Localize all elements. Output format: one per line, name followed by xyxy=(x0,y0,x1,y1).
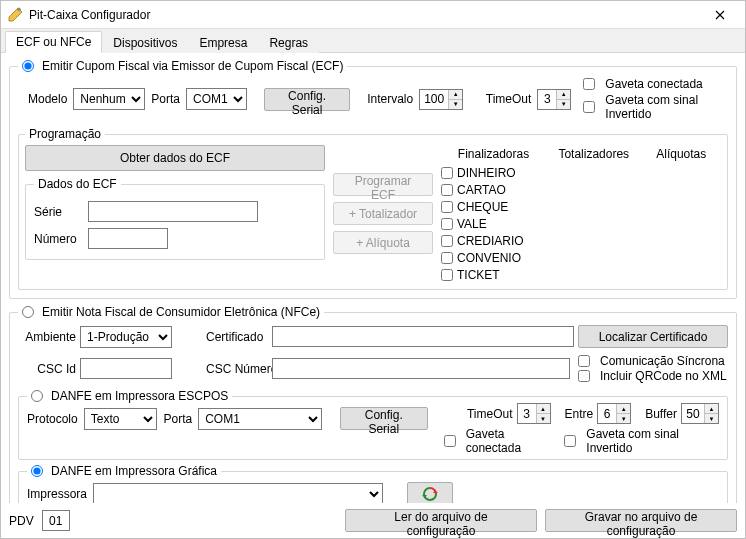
csc-id-input[interactable] xyxy=(80,358,172,379)
nfce-group: Emitir Nota Fiscal de Consumidor Eletrôn… xyxy=(9,305,737,503)
spin-up-icon[interactable]: ▲ xyxy=(617,404,630,414)
spin-down-icon[interactable]: ▼ xyxy=(537,414,550,423)
tab-dispositivos[interactable]: Dispositivos xyxy=(102,32,188,53)
intervalo-spin[interactable]: ▲▼ xyxy=(419,89,463,110)
ecf-radio-label: Emitir Cupom Fiscal via Emissor de Cupom… xyxy=(42,59,343,73)
finalizadora-check[interactable] xyxy=(441,184,453,196)
certificado-label: Certificado xyxy=(206,330,268,344)
config-serial-escpos-button[interactable]: Config. Serial xyxy=(340,407,428,430)
ler-config-button[interactable]: Ler do arquivo de configuração xyxy=(345,509,537,532)
gaveta-conectada-escpos-check[interactable] xyxy=(444,435,456,447)
timeout-spin-escpos[interactable]: ▲▼ xyxy=(517,403,551,424)
serie-label: Série xyxy=(34,205,82,219)
dados-ecf-legend: Dados do ECF xyxy=(34,177,121,191)
tab-ecf-nfce[interactable]: ECF ou NFCe xyxy=(5,31,102,53)
gravar-config-button[interactable]: Gravar no arquivo de configuração xyxy=(545,509,737,532)
csc-num-input[interactable] xyxy=(272,358,570,379)
com-sincrona-check[interactable] xyxy=(578,355,590,367)
gaveta-sinal-ecf-label: Gaveta com sinal Invertido xyxy=(605,93,728,121)
porta-label-ecf: Porta xyxy=(151,92,180,106)
refresh-icon xyxy=(422,486,438,502)
protocolo-select[interactable]: Texto xyxy=(84,408,158,430)
content: Emitir Cupom Fiscal via Emissor de Cupom… xyxy=(1,53,745,503)
finalizadora-check[interactable] xyxy=(441,269,453,281)
timeout-spin-ecf[interactable]: ▲▼ xyxy=(537,89,571,110)
spin-down-icon[interactable]: ▼ xyxy=(557,100,570,109)
timeout-input-ecf[interactable] xyxy=(538,90,556,109)
localizar-certificado-button[interactable]: Localizar Certificado xyxy=(578,325,728,348)
porta-select-escpos[interactable]: COM1 xyxy=(198,408,322,430)
add-aliquota-button[interactable]: + Alíquota xyxy=(333,231,433,254)
gaveta-sinal-ecf-check[interactable] xyxy=(583,101,595,113)
radio-emit-ecf[interactable] xyxy=(22,60,34,72)
gaveta-sinal-escpos-label: Gaveta com sinal Invertido xyxy=(586,427,719,455)
spin-down-icon[interactable]: ▼ xyxy=(617,414,630,423)
gaveta-conectada-ecf-check[interactable] xyxy=(583,78,595,90)
timeout-label-escpos: TimeOut xyxy=(467,407,513,421)
finalizadora-label: CREDIARIO xyxy=(457,234,524,248)
spin-up-icon[interactable]: ▲ xyxy=(557,90,570,100)
spin-up-icon[interactable]: ▲ xyxy=(449,90,462,100)
config-serial-ecf-button[interactable]: Config. Serial xyxy=(264,88,350,111)
entre-spin[interactable]: ▲▼ xyxy=(597,403,631,424)
ecf-radio-legend: Emitir Cupom Fiscal via Emissor de Cupom… xyxy=(18,59,347,73)
radio-danfe-escpos[interactable] xyxy=(31,390,43,402)
finalizadora-check[interactable] xyxy=(441,252,453,264)
modelo-select[interactable]: Nenhum xyxy=(73,88,145,110)
gaveta-conectada-ecf-label: Gaveta conectada xyxy=(605,77,702,91)
buffer-input[interactable] xyxy=(682,404,704,423)
finalizadora-label: TICKET xyxy=(457,268,500,282)
spin-down-icon[interactable]: ▼ xyxy=(449,100,462,109)
finalizadora-label: VALE xyxy=(457,217,487,231)
gaveta-sinal-escpos-check[interactable] xyxy=(564,435,576,447)
timeout-label-ecf: TimeOut xyxy=(486,92,532,106)
window: Pit-Caixa Configurador ECF ou NFCe Dispo… xyxy=(0,0,746,539)
csc-id-label: CSC Id xyxy=(18,362,76,376)
incluir-qrcode-check[interactable] xyxy=(578,370,590,382)
radio-emit-nfce[interactable] xyxy=(22,306,34,318)
refresh-impressora-button[interactable] xyxy=(407,482,453,503)
obter-dados-button[interactable]: Obter dados do ECF xyxy=(25,145,325,171)
protocolo-label: Protocolo xyxy=(27,412,78,426)
finalizadora-check[interactable] xyxy=(441,235,453,247)
finalizadora-check[interactable] xyxy=(441,201,453,213)
nfce-radio-legend: Emitir Nota Fiscal de Consumidor Eletrôn… xyxy=(18,305,324,319)
radio-danfe-grafica[interactable] xyxy=(31,465,43,477)
finalizadoras-list: DINHEIRO CARTAO CHEQUE VALE CREDIARIO CO… xyxy=(441,165,546,283)
pdv-label: PDV xyxy=(9,514,34,528)
spin-down-icon[interactable]: ▼ xyxy=(705,414,718,423)
window-title: Pit-Caixa Configurador xyxy=(29,8,701,22)
tabs: ECF ou NFCe Dispositivos Empresa Regras xyxy=(1,29,745,53)
finalizadora-check[interactable] xyxy=(441,167,453,179)
tab-regras[interactable]: Regras xyxy=(258,32,319,53)
pdv-input[interactable] xyxy=(42,510,70,531)
entre-input[interactable] xyxy=(598,404,616,423)
escpos-radio-label: DANFE em Impressora ESCPOS xyxy=(51,389,228,403)
impressora-select[interactable] xyxy=(93,483,383,504)
ambiente-select[interactable]: 1-Produção xyxy=(80,326,172,348)
grafica-group: DANFE em Impressora Gráfica Impressora xyxy=(18,464,728,503)
finalizadora-label: DINHEIRO xyxy=(457,166,516,180)
dados-ecf-group: Dados do ECF Série Número xyxy=(25,177,325,260)
close-button[interactable] xyxy=(701,2,739,28)
buffer-label: Buffer xyxy=(645,407,677,421)
ecf-group: Emitir Cupom Fiscal via Emissor de Cupom… xyxy=(9,59,737,299)
add-totalizador-button[interactable]: + Totalizador xyxy=(333,202,433,225)
programacao-group: Programação Obter dados do ECF Dados do … xyxy=(18,127,728,290)
numero-input[interactable] xyxy=(88,228,168,249)
timeout-input-escpos[interactable] xyxy=(518,404,536,423)
titlebar: Pit-Caixa Configurador xyxy=(1,1,745,29)
programacao-legend: Programação xyxy=(25,127,105,141)
finalizadora-label: CARTAO xyxy=(457,183,506,197)
spin-up-icon[interactable]: ▲ xyxy=(537,404,550,414)
tab-empresa[interactable]: Empresa xyxy=(188,32,258,53)
buffer-spin[interactable]: ▲▼ xyxy=(681,403,719,424)
spin-up-icon[interactable]: ▲ xyxy=(705,404,718,414)
intervalo-input[interactable] xyxy=(420,90,448,109)
finalizadora-check[interactable] xyxy=(441,218,453,230)
porta-select-ecf[interactable]: COM1 xyxy=(186,88,247,110)
serie-input[interactable] xyxy=(88,201,258,222)
modelo-label: Modelo xyxy=(28,92,67,106)
programar-ecf-button[interactable]: Programar ECF xyxy=(333,173,433,196)
certificado-input[interactable] xyxy=(272,326,574,347)
